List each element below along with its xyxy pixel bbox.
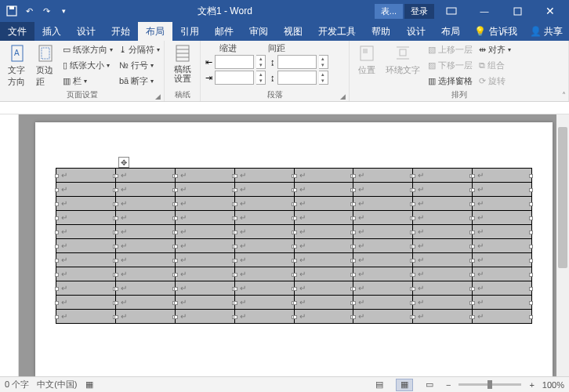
zoom-slider[interactable] <box>458 383 521 386</box>
table-cell[interactable]: ↵ <box>294 183 353 197</box>
table-cell[interactable]: ↵ <box>353 296 413 310</box>
indent-left-input[interactable]: ⇤▴▾ <box>205 55 266 69</box>
table-cell[interactable]: ↵ <box>234 281 294 296</box>
table-cell[interactable]: ↵ <box>115 197 175 211</box>
table-cell[interactable]: ↵ <box>115 183 175 197</box>
table-cell[interactable]: ↵ <box>353 267 413 281</box>
table-cell[interactable]: ↵ <box>413 225 473 239</box>
table-cell[interactable]: ↵ <box>56 183 116 197</box>
tab-布局[interactable]: 布局 <box>138 22 172 41</box>
tab-审阅[interactable]: 审阅 <box>241 22 276 41</box>
table-cell[interactable]: ↵ <box>115 253 175 267</box>
bring-forward-button[interactable]: ▧上移一层 <box>426 42 474 56</box>
table-cell[interactable]: ↵ <box>413 239 473 253</box>
save-icon[interactable] <box>5 4 19 18</box>
tab-设计[interactable]: 设计 <box>69 22 103 41</box>
table-cell[interactable]: ↵ <box>473 281 532 296</box>
table-cell[interactable]: ↵ <box>413 169 473 183</box>
table-cell[interactable]: ↵ <box>294 296 353 310</box>
table-cell[interactable]: ↵ <box>413 310 473 324</box>
table-cell[interactable]: ↵ <box>473 197 532 211</box>
collapse-ribbon-icon[interactable]: ˄ <box>562 91 566 100</box>
document-page[interactable]: ✥ ↵↵↵↵↵↵↵↵↵↵↵↵↵↵↵↵↵↵↵↵↵↵↵↵↵↵↵↵↵↵↵↵↵↵↵↵↵↵… <box>35 122 553 376</box>
table-cell[interactable]: ↵ <box>234 267 294 281</box>
size-button[interactable]: ▯纸张大小▾ <box>61 58 114 72</box>
tab-插入[interactable]: 插入 <box>34 22 69 41</box>
context-tab-label[interactable]: 表... <box>375 4 403 19</box>
tell-me[interactable]: 💡 告诉我 <box>468 22 524 41</box>
table-cell[interactable]: ↵ <box>294 225 353 239</box>
table-cell[interactable]: ↵ <box>473 169 532 183</box>
table-cell[interactable]: ↵ <box>115 211 175 225</box>
table-cell[interactable]: ↵ <box>413 267 473 281</box>
selection-pane-button[interactable]: ▥选择窗格 <box>426 74 474 88</box>
ribbon-options-icon[interactable] <box>436 0 467 22</box>
table-cell[interactable]: ↵ <box>353 239 413 253</box>
table-cell[interactable]: ↵ <box>175 169 234 183</box>
table-cell[interactable]: ↵ <box>175 281 234 296</box>
table-cell[interactable]: ↵ <box>353 211 413 225</box>
table-cell[interactable]: ↵ <box>115 267 175 281</box>
table-cell[interactable]: ↵ <box>56 267 116 281</box>
language-status[interactable]: 中文(中国) <box>37 379 77 390</box>
table-cell[interactable]: ↵ <box>234 296 294 310</box>
group-button[interactable]: ⧉组合 <box>477 58 513 72</box>
line-numbers-button[interactable]: №行号▾ <box>118 58 161 72</box>
table-cell[interactable]: ↵ <box>115 225 175 239</box>
wrap-button[interactable]: 环绕文字 <box>382 42 423 78</box>
position-button[interactable]: 位置 <box>354 42 379 78</box>
table-cell[interactable]: ↵ <box>175 211 234 225</box>
vertical-scrollbar[interactable] <box>556 114 569 376</box>
table-cell[interactable]: ↵ <box>473 225 532 239</box>
tab-file[interactable]: 文件 <box>0 22 34 41</box>
table-cell[interactable]: ↵ <box>234 169 294 183</box>
table-cell[interactable]: ↵ <box>413 211 473 225</box>
table-cell[interactable]: ↵ <box>115 169 175 183</box>
table-cell[interactable]: ↵ <box>56 225 116 239</box>
table-cell[interactable]: ↵ <box>234 310 294 324</box>
page-setup-launcher-icon[interactable]: ◢ <box>155 93 161 100</box>
tab-开发工具[interactable]: 开发工具 <box>310 22 364 41</box>
maximize-icon[interactable] <box>502 0 533 22</box>
close-icon[interactable]: ✕ <box>535 0 566 22</box>
table-cell[interactable]: ↵ <box>234 239 294 253</box>
web-layout-icon[interactable]: ▭ <box>421 379 438 391</box>
table-cell[interactable]: ↵ <box>294 253 353 267</box>
zoom-level[interactable]: 100% <box>542 380 564 390</box>
table-cell[interactable]: ↵ <box>175 267 234 281</box>
table-cell[interactable]: ↵ <box>473 296 532 310</box>
table-cell[interactable]: ↵ <box>56 310 116 324</box>
scrollbar-thumb[interactable] <box>558 127 567 268</box>
table-cell[interactable]: ↵ <box>413 197 473 211</box>
margins-button[interactable]: 页边距 <box>33 42 58 89</box>
tab-帮助[interactable]: 帮助 <box>364 22 398 41</box>
hyphenation-button[interactable]: bā断字▾ <box>118 74 161 88</box>
table-cell[interactable]: ↵ <box>294 281 353 296</box>
indent-right-input[interactable]: ⇥▴▾ <box>205 71 266 85</box>
table-cell[interactable]: ↵ <box>473 310 532 324</box>
table-cell[interactable]: ↵ <box>294 197 353 211</box>
table-cell[interactable]: ↵ <box>56 197 116 211</box>
table-cell[interactable]: ↵ <box>294 267 353 281</box>
orientation-button[interactable]: ▭纸张方向▾ <box>61 42 114 56</box>
horizontal-ruler[interactable] <box>0 102 569 114</box>
qat-dropdown-icon[interactable]: ▾ <box>56 4 71 18</box>
table-cell[interactable]: ↵ <box>234 253 294 267</box>
table-cell[interactable]: ↵ <box>175 197 234 211</box>
table-cell[interactable]: ↵ <box>115 310 175 324</box>
tab-邮件[interactable]: 邮件 <box>207 22 241 41</box>
table-cell[interactable]: ↵ <box>56 239 116 253</box>
paragraph-launcher-icon[interactable]: ◢ <box>340 93 346 100</box>
minimize-icon[interactable]: — <box>469 0 500 22</box>
table-cell[interactable]: ↵ <box>234 211 294 225</box>
table-cell[interactable]: ↵ <box>115 281 175 296</box>
table-cell[interactable]: ↵ <box>413 281 473 296</box>
table-cell[interactable]: ↵ <box>473 267 532 281</box>
table-cell[interactable]: ↵ <box>413 253 473 267</box>
context-tab-设计[interactable]: 设计 <box>399 22 433 41</box>
table-cell[interactable]: ↵ <box>115 239 175 253</box>
table-cell[interactable]: ↵ <box>413 183 473 197</box>
undo-icon[interactable]: ↶ <box>22 4 36 18</box>
zoom-out-icon[interactable]: − <box>446 380 451 390</box>
table-cell[interactable]: ↵ <box>294 310 353 324</box>
